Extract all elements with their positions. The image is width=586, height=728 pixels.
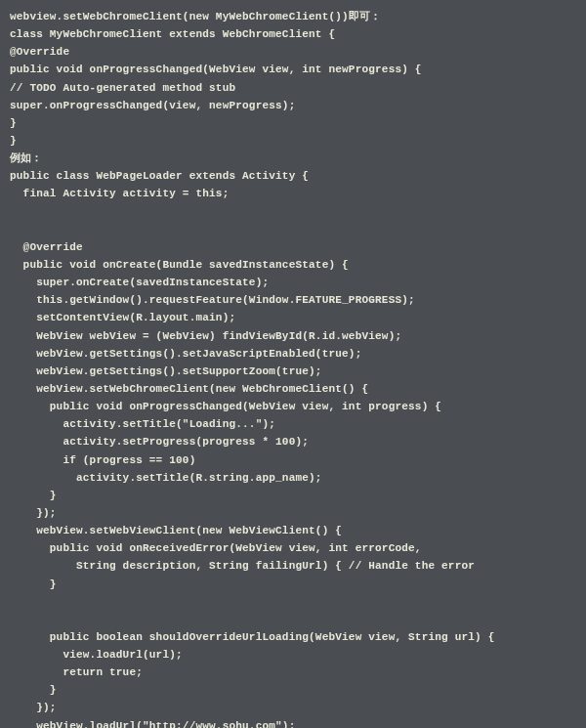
code-line: final Activity activity = this; (10, 185, 576, 202)
code-line: String description, String failingUrl) {… (10, 557, 576, 575)
code-line: class MyWebChromeClient extends WebChrom… (10, 25, 576, 43)
code-line: activity.setTitle("Loading..."); (10, 415, 576, 433)
code-line: activity.setTitle(R.string.app_name); (10, 469, 576, 487)
code-line: public void onReceivedError(WebView view… (10, 539, 576, 557)
code-line: public class WebPageLoader extends Activ… (10, 167, 576, 185)
code-line: WebView webView = (WebView) findViewById… (10, 327, 576, 345)
code-line: webView.setWebViewClient(new WebViewClie… (10, 522, 576, 539)
code-line: 例如： (10, 150, 576, 167)
code-line (10, 203, 576, 221)
code-line: webView.getSettings().setJavaScriptEnabl… (10, 345, 576, 363)
code-line (10, 221, 576, 238)
code-line: activity.setProgress(progress * 100); (10, 433, 576, 450)
code-line: // TODO Auto-generated method stub (10, 79, 576, 97)
code-line: } (10, 114, 576, 132)
code-line: webView.getSettings().setSupportZoom(tru… (10, 363, 576, 380)
code-line: this.getWindow().requestFeature(Window.F… (10, 291, 576, 309)
code-line: public void onProgressChanged(WebView vi… (10, 61, 576, 78)
code-line: super.onProgressChanged(view, newProgres… (10, 97, 576, 114)
code-line: } (10, 681, 576, 699)
code-line: }); (10, 504, 576, 522)
code-line: super.onCreate(savedInstanceState); (10, 274, 576, 291)
code-block: webview.setWebChromeClient(new MyWebChro… (10, 8, 576, 728)
code-line: } (10, 487, 576, 504)
code-line: } (10, 132, 576, 150)
code-line: public boolean shouldOverrideUrlLoading(… (10, 628, 576, 646)
code-line: setContentView(R.layout.main); (10, 309, 576, 326)
code-line: if (progress == 100) (10, 451, 576, 469)
code-line: webView.loadUrl("http://www.sohu.com"); (10, 717, 576, 728)
code-line: view.loadUrl(url); (10, 646, 576, 664)
code-line: public void onProgressChanged(WebView vi… (10, 398, 576, 415)
code-line: return true; (10, 664, 576, 681)
code-line (10, 611, 576, 628)
code-line: @Override (10, 238, 576, 256)
code-line: webview.setWebChromeClient(new MyWebChro… (10, 8, 576, 25)
code-line: } (10, 576, 576, 593)
code-line: }); (10, 699, 576, 716)
code-line: @Override (10, 43, 576, 61)
code-line: public void onCreate(Bundle savedInstanc… (10, 256, 576, 274)
code-line: webView.setWebChromeClient(new WebChrome… (10, 380, 576, 398)
code-line (10, 593, 576, 611)
